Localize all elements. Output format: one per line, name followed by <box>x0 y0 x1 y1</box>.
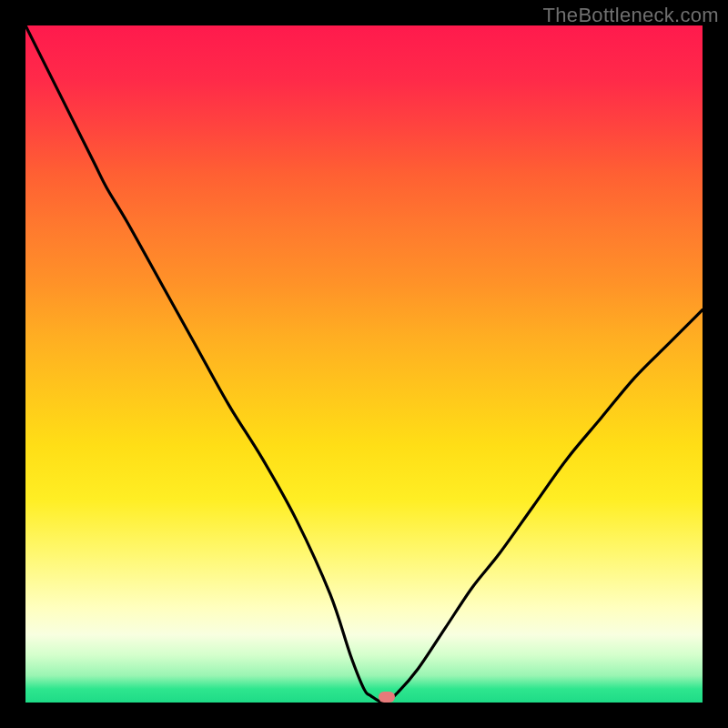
chart-plot-area <box>25 25 703 703</box>
optimal-point-marker <box>379 692 395 703</box>
watermark-text: TheBottleneck.com <box>543 4 719 27</box>
bottleneck-curve <box>25 25 703 703</box>
chart-frame: TheBottleneck.com <box>0 0 728 728</box>
